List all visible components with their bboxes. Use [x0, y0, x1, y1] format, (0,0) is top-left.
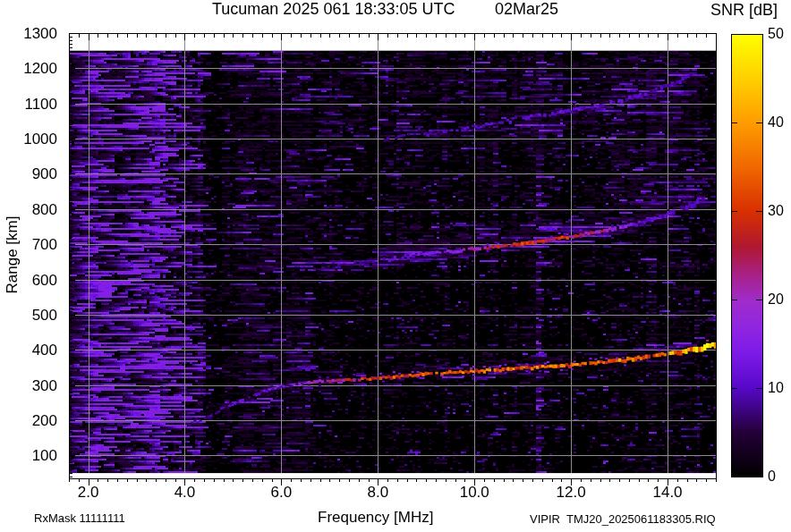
colorbar-tick-label: 30	[768, 203, 791, 219]
plot-title: Tucuman 2025 061 18:33:05 UTC	[212, 1, 455, 19]
y-tick-label: 400	[16, 342, 57, 359]
x-tick-label: 12.0	[551, 484, 591, 502]
y-tick-label: 900	[16, 165, 57, 183]
ionogram-plot-canvas	[0, 0, 791, 532]
colorbar-tick-label: 20	[768, 291, 791, 308]
data-file-label: VIPIR TMJ20_2025061183305.RIQ	[530, 513, 716, 526]
y-tick-label: 300	[16, 377, 57, 395]
colorbar-tick-label: 50	[768, 26, 791, 42]
y-tick-label: 200	[16, 412, 57, 430]
x-tick-label: 8.0	[358, 484, 397, 502]
y-tick-label: 800	[16, 201, 57, 219]
y-tick-label: 500	[16, 307, 57, 325]
y-tick-label: 600	[16, 272, 57, 290]
x-tick-label: 10.0	[455, 484, 494, 502]
ionogram-window: Tucuman 2025 061 18:33:05 UTC 02Mar25 SN…	[0, 0, 791, 532]
colorbar-title: SNR [dB]	[710, 2, 778, 20]
plot-date: 02Mar25	[495, 1, 558, 19]
x-axis-label: Frequency [MHz]	[318, 510, 433, 527]
colorbar-tick-label: 40	[768, 114, 791, 131]
y-tick-label: 1100	[16, 96, 57, 114]
x-tick-label: 4.0	[165, 484, 204, 502]
y-tick-label: 1200	[16, 60, 57, 78]
x-tick-label: 2.0	[69, 484, 108, 502]
colorbar-tick-label: 0	[768, 469, 791, 485]
rx-mask-label: RxMask 11111111	[34, 512, 125, 525]
colorbar-tick-label: 10	[768, 380, 791, 396]
y-tick-label: 100	[16, 447, 57, 465]
y-tick-label: 700	[16, 236, 57, 254]
x-tick-label: 14.0	[648, 484, 687, 502]
y-tick-label: 1300	[16, 25, 57, 43]
x-tick-label: 6.0	[261, 484, 301, 502]
y-tick-label: 1000	[16, 131, 57, 148]
